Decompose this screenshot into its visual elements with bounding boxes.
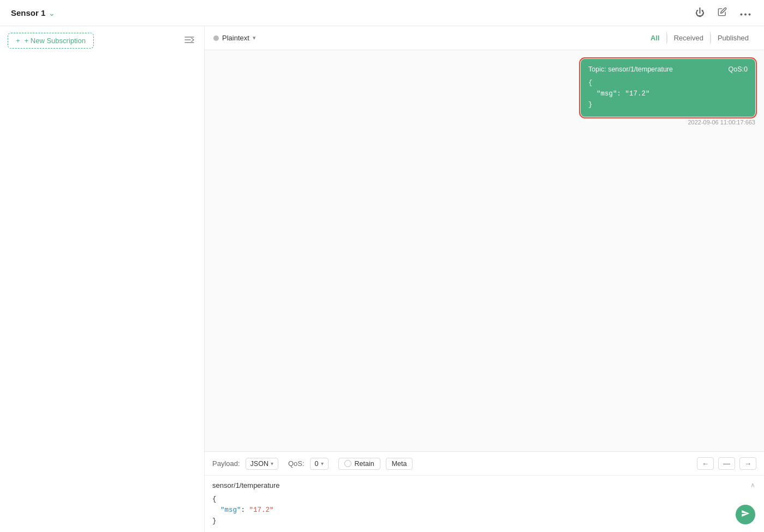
- format-chevron-icon: ▾: [253, 34, 256, 41]
- payload-brace-close: }: [212, 517, 217, 525]
- publish-input-area: ∧ { "msg": "17.2" }: [205, 476, 764, 532]
- edit-button[interactable]: [715, 5, 729, 21]
- main-content: + + New Subscription: [0, 26, 764, 532]
- filter-tab-published[interactable]: Published: [711, 32, 755, 44]
- send-button[interactable]: [736, 505, 755, 524]
- payload-editor[interactable]: { "msg": "17.2" }: [212, 494, 756, 527]
- more-options-button[interactable]: [738, 5, 753, 21]
- content-toolbar: Plaintext ▾ All Received Published: [205, 26, 764, 50]
- message-qos-label: QoS:0: [729, 65, 748, 73]
- payload-brace-open: {: [212, 495, 217, 503]
- connection-title: Sensor 1: [11, 8, 45, 17]
- message-card-container: Topic: sensor/1/temperature QoS:0 { "msg…: [581, 59, 755, 125]
- payload-format-button[interactable]: JSON ▾: [246, 458, 278, 470]
- nav-next-button[interactable]: →: [739, 457, 756, 470]
- message-item-wrapper: Topic: sensor/1/temperature QoS:0 { "msg…: [213, 59, 755, 125]
- retain-button[interactable]: Retain: [338, 458, 380, 470]
- retain-label: Retain: [355, 460, 374, 468]
- message-timestamp: 2022-09-06 11:00:17:663: [688, 119, 755, 125]
- payload-key: "msg": [212, 506, 241, 514]
- chevron-down-icon[interactable]: ⌄: [49, 9, 55, 17]
- collapse-sidebar-button[interactable]: [182, 34, 196, 48]
- qos-selector-button[interactable]: 0 ▾: [310, 458, 329, 470]
- power-button[interactable]: ⏻: [693, 5, 707, 21]
- power-icon: ⏻: [695, 8, 705, 19]
- topic-prefix: Topic:: [588, 65, 608, 73]
- nav-divider-button[interactable]: —: [718, 457, 735, 470]
- more-icon: [740, 8, 751, 19]
- collapse-icon: [184, 36, 194, 45]
- message-card-header: Topic: sensor/1/temperature QoS:0: [588, 65, 748, 73]
- topic-value: sensor/1/temperature: [608, 65, 673, 73]
- subscription-sidebar: + + New Subscription: [0, 26, 205, 532]
- nav-divider-icon: —: [723, 459, 730, 468]
- message-list: Topic: sensor/1/temperature QoS:0 { "msg…: [205, 50, 764, 451]
- svg-point-2: [749, 13, 751, 15]
- new-subscription-button[interactable]: + + New Subscription: [8, 33, 94, 49]
- qos-value: 0: [315, 460, 319, 468]
- filter-tab-all[interactable]: All: [644, 32, 667, 44]
- nav-next-icon: →: [744, 459, 751, 468]
- payload-label: Payload:: [212, 459, 240, 468]
- message-card[interactable]: Topic: sensor/1/temperature QoS:0 { "msg…: [581, 59, 755, 117]
- header-left: Sensor 1 ⌄: [11, 8, 55, 17]
- payload-format-label: JSON: [250, 460, 268, 468]
- nav-actions: ← — →: [697, 457, 756, 470]
- payload-value: "17.2": [245, 506, 274, 514]
- qos-chevron-icon: ▾: [321, 461, 324, 467]
- plus-icon: +: [16, 37, 20, 45]
- topic-input[interactable]: [212, 480, 756, 491]
- publish-panel: Payload: JSON ▾ QoS: 0 ▾ Retain Meta: [205, 451, 764, 532]
- meta-button[interactable]: Meta: [386, 458, 413, 470]
- svg-point-1: [744, 13, 747, 15]
- message-content-area: Plaintext ▾ All Received Published: [205, 26, 764, 532]
- message-body: { "msg": "17.2" }: [588, 77, 748, 110]
- expand-indicator: ∧: [750, 481, 755, 489]
- publish-toolbar: Payload: JSON ▾ QoS: 0 ▾ Retain Meta: [205, 452, 764, 476]
- header-actions: ⏻: [693, 5, 753, 21]
- meta-label: Meta: [392, 460, 407, 468]
- format-label: Plaintext: [222, 34, 249, 42]
- app-header: Sensor 1 ⌄ ⏻: [0, 0, 764, 26]
- send-icon: [741, 509, 750, 520]
- filter-tab-group: All Received Published: [644, 32, 755, 44]
- nav-prev-icon: ←: [702, 459, 709, 468]
- filter-tab-received[interactable]: Received: [667, 32, 711, 44]
- qos-label: QoS:: [288, 459, 305, 468]
- retain-checkbox: [344, 460, 351, 467]
- sidebar-toolbar: + + New Subscription: [0, 26, 204, 55]
- new-subscription-label: + New Subscription: [25, 37, 86, 45]
- svg-point-0: [741, 13, 743, 15]
- nav-prev-button[interactable]: ←: [697, 457, 714, 470]
- message-topic-label: Topic: sensor/1/temperature: [588, 65, 673, 73]
- format-selector-button[interactable]: Plaintext ▾: [222, 34, 256, 42]
- payload-format-chevron-icon: ▾: [271, 461, 273, 467]
- format-status-dot: [213, 35, 219, 41]
- payload-colon: :: [241, 506, 246, 514]
- edit-icon: [718, 7, 727, 19]
